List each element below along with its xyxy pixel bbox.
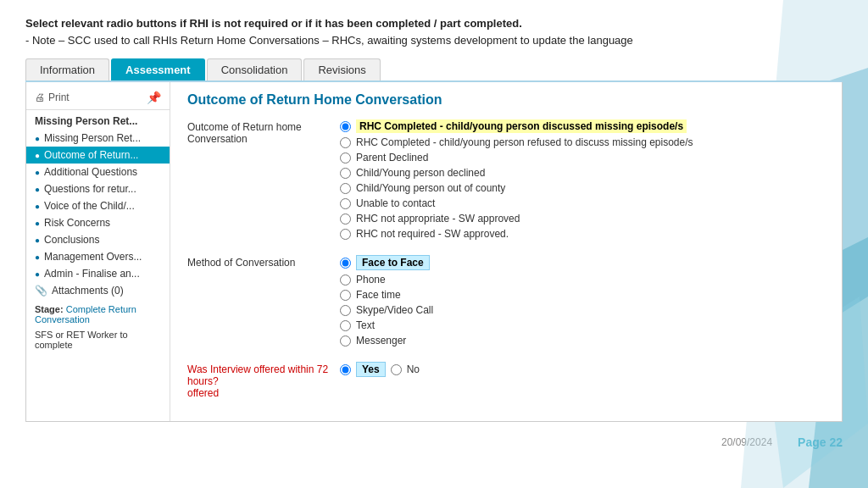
method-option-2: Face time — [340, 289, 825, 301]
method-option-0: Face to Face — [340, 255, 825, 270]
outcome-option-4: Child/Young person out of county — [340, 182, 825, 194]
method-option-4: Text — [340, 319, 825, 331]
sidebar-item-attachments[interactable]: 📎 Attachments (0) — [26, 282, 170, 299]
dot-icon: ● — [35, 252, 40, 262]
method-label-1: Phone — [356, 274, 386, 286]
paperclip-icon: 📎 — [35, 285, 47, 297]
outcome-label-4: Child/Young person out of county — [356, 182, 505, 194]
dot-icon: ● — [35, 168, 40, 177]
footer-page: Page 22 — [798, 435, 843, 449]
sidebar-print-row: 🖨 Print 📌 — [26, 87, 170, 110]
method-label-3: Skype/Video Call — [356, 304, 433, 316]
pin-icon: 📌 — [147, 91, 161, 104]
method-label: Method of Conversation — [187, 255, 340, 269]
outcome-label-3: Child/Young person declined — [356, 167, 485, 179]
outcome-option-6: RHC not appropriate - SW approved — [340, 213, 825, 225]
outcome-radio-6[interactable] — [340, 214, 351, 225]
method-option-5: Messenger — [340, 335, 825, 347]
intro-line2: - Note – SCC used to call RHIs Return Ho… — [25, 34, 633, 47]
sidebar-stage: Stage: Complete Return Conversation — [26, 299, 170, 327]
sidebar-item-label: Risk Concerns — [44, 217, 110, 229]
dot-icon: ● — [35, 134, 40, 143]
outcome-label: Outcome of Return home Conversation — [187, 119, 340, 145]
outcome-radio-0[interactable] — [340, 121, 351, 132]
tabs-bar: Information Assessment Consolidation Rev… — [25, 58, 843, 82]
dot-icon: ● — [35, 219, 40, 228]
interview-options: Yes No — [340, 362, 825, 380]
interview-yes-label: Yes — [356, 362, 386, 377]
method-options: Face to Face Phone Face time Skype/Video… — [340, 255, 825, 350]
interview-yes-radio[interactable] — [340, 364, 351, 375]
outcome-row: Outcome of Return home Conversation RHC … — [187, 119, 825, 243]
main-wrapper: Select relevant radio buttons if RHI is … — [0, 0, 868, 430]
tab-consolidation[interactable]: Consolidation — [207, 58, 303, 80]
outcome-radio-7[interactable] — [340, 229, 351, 240]
interview-no-radio[interactable] — [391, 364, 402, 375]
sidebar-section-title: Missing Person Ret... — [26, 110, 170, 130]
interview-yes-option: Yes No — [340, 362, 825, 377]
sidebar-item-voice[interactable]: ● Voice of the Child/... — [26, 197, 170, 214]
sidebar-item-label: Questions for retur... — [44, 183, 136, 195]
sidebar-item-admin[interactable]: ● Admin - Finalise an... — [26, 265, 170, 282]
tab-assessment[interactable]: Assessment — [111, 58, 205, 80]
method-radio-4[interactable] — [340, 320, 351, 331]
method-option-1: Phone — [340, 274, 825, 286]
sidebar-item-conclusions[interactable]: ● Conclusions — [26, 231, 170, 248]
method-label-5: Messenger — [356, 335, 406, 347]
sidebar-item-questions[interactable]: ● Questions for retur... — [26, 180, 170, 197]
sidebar-item-missing-person[interactable]: ● Missing Person Ret... — [26, 130, 170, 147]
outcome-label-2: Parent Declined — [356, 152, 428, 164]
sidebar-item-outcome[interactable]: ● Outcome of Return... — [26, 147, 170, 164]
sidebar-item-label: Missing Person Ret... — [44, 132, 141, 144]
interview-no-label: No — [407, 363, 420, 375]
tab-information[interactable]: Information — [25, 58, 109, 80]
outcome-option-2: Parent Declined — [340, 152, 825, 164]
stage-label: Stage: — [35, 304, 64, 314]
outcome-option-1: RHC Completed - child/young person refus… — [340, 136, 825, 148]
sidebar-item-label: Voice of the Child/... — [44, 200, 135, 212]
attachments-label: Attachments (0) — [52, 285, 124, 297]
method-label-0: Face to Face — [356, 255, 430, 270]
footer-date: 20/09/2024 — [721, 436, 772, 448]
outcome-label-7: RHC not required - SW approved. — [356, 228, 509, 240]
main-content: Outcome of Return Home Conversation Outc… — [170, 82, 842, 421]
outcome-radio-5[interactable] — [340, 198, 351, 209]
outcome-radio-1[interactable] — [340, 137, 351, 148]
interview-label-text: Was Interview offered within 72 hours? — [187, 363, 328, 387]
method-radio-1[interactable] — [340, 274, 351, 286]
intro-line1: Select relevant radio buttons if RHI is … — [25, 17, 522, 30]
method-radio-2[interactable] — [340, 290, 351, 301]
dot-icon: ● — [35, 202, 40, 211]
dot-icon: ● — [35, 151, 40, 160]
outcome-option-0: RHC Completed - child/young person discu… — [340, 119, 825, 133]
sidebar-item-label: Management Overs... — [44, 251, 142, 263]
outcome-label-1: RHC Completed - child/young person refus… — [356, 136, 693, 148]
dot-icon: ● — [35, 185, 40, 194]
tab-revisions[interactable]: Revisions — [303, 58, 380, 80]
dot-icon: ● — [35, 236, 40, 245]
content-area: 🖨 Print 📌 Missing Person Ret... ● Missin… — [25, 82, 843, 422]
intro-text: Select relevant radio buttons if RHI is … — [25, 15, 687, 48]
method-radio-5[interactable] — [340, 336, 351, 347]
method-radio-3[interactable] — [340, 305, 351, 316]
outcome-radio-3[interactable] — [340, 168, 351, 179]
print-icon: 🖨 — [35, 92, 45, 103]
sidebar-item-risk[interactable]: ● Risk Concerns — [26, 214, 170, 231]
sidebar-item-management[interactable]: ● Management Overs... — [26, 248, 170, 265]
sidebar-item-additional[interactable]: ● Additional Questions — [26, 164, 170, 180]
method-option-3: Skype/Video Call — [340, 304, 825, 316]
outcome-label-5: Unable to contact — [356, 197, 435, 209]
print-label: Print — [48, 92, 70, 103]
outcome-label-6: RHC not appropriate - SW approved — [356, 213, 520, 225]
print-button[interactable]: 🖨 Print — [35, 92, 70, 103]
outcome-radio-4[interactable] — [340, 183, 351, 194]
interview-sublabel: offered — [187, 387, 219, 399]
interview-label: Was Interview offered within 72 hours? o… — [187, 362, 340, 399]
section-title: Outcome of Return Home Conversation — [187, 92, 825, 108]
interview-row: Was Interview offered within 72 hours? o… — [187, 362, 825, 399]
outcome-option-5: Unable to contact — [340, 197, 825, 209]
outcome-label-0: RHC Completed - child/young person discu… — [356, 119, 687, 133]
method-label-2: Face time — [356, 289, 401, 301]
outcome-radio-2[interactable] — [340, 152, 351, 164]
method-radio-0[interactable] — [340, 258, 351, 269]
